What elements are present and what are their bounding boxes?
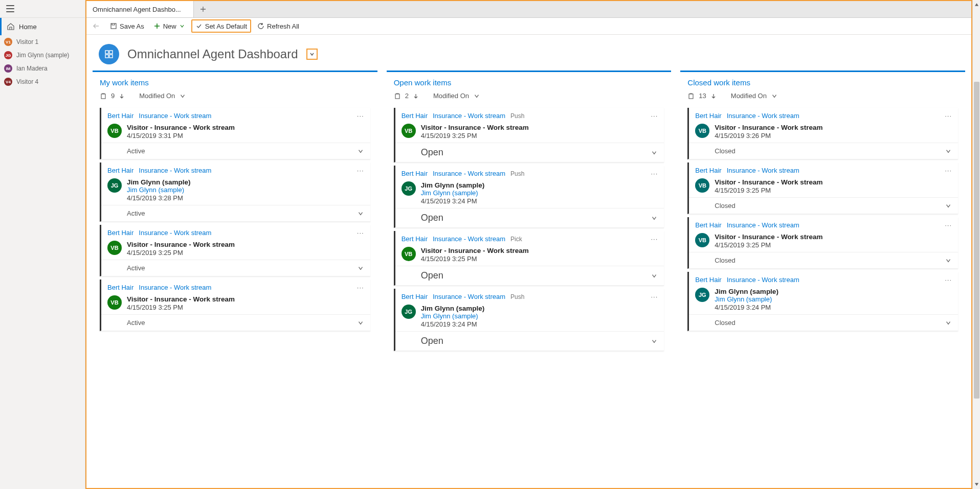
card-owner[interactable]: Bert Hair bbox=[695, 276, 721, 284]
refresh-all-button[interactable]: Refresh All bbox=[254, 19, 302, 33]
work-item-card[interactable]: Bert Hair Insurance - Work stream Push ·… bbox=[394, 166, 664, 228]
card-owner[interactable]: Bert Hair bbox=[107, 284, 133, 291]
work-item-card[interactable]: Bert Hair Insurance - Work stream ··· VB… bbox=[687, 162, 958, 214]
card-owner[interactable]: Bert Hair bbox=[695, 167, 721, 174]
nav-home[interactable]: Home bbox=[0, 18, 85, 35]
card-title: Visitor - Insurance - Work stream bbox=[715, 124, 822, 131]
sidebar-visitor[interactable]: V1Visitor 1 bbox=[0, 35, 85, 49]
card-expand-button[interactable] bbox=[945, 257, 952, 264]
card-more-button[interactable]: ··· bbox=[945, 276, 952, 284]
card-stream[interactable]: Insurance - Work stream bbox=[433, 112, 505, 120]
scrollbar[interactable] bbox=[972, 0, 980, 489]
card-stream[interactable]: Insurance - Work stream bbox=[433, 293, 505, 300]
card-expand-button[interactable] bbox=[651, 149, 658, 156]
card-expand-button[interactable] bbox=[945, 148, 952, 155]
work-item-card[interactable]: Bert Hair Insurance - Work stream ··· VB… bbox=[100, 280, 370, 331]
contact-link[interactable]: Jim Glynn (sample) bbox=[421, 312, 485, 320]
card-more-button[interactable]: ··· bbox=[357, 112, 364, 120]
card-expand-button[interactable] bbox=[357, 210, 364, 217]
column-sort-dir[interactable] bbox=[710, 93, 717, 99]
card-owner[interactable]: Bert Hair bbox=[107, 229, 133, 237]
contact-link[interactable]: Jim Glynn (sample) bbox=[421, 189, 485, 197]
card-stream[interactable]: Insurance - Work stream bbox=[139, 229, 211, 237]
work-items-column: Closed work items 13 Modified On Bert Ha… bbox=[680, 71, 965, 488]
arrow-down-icon bbox=[413, 93, 419, 99]
work-item-card[interactable]: Bert Hair Insurance - Work stream ··· VB… bbox=[687, 217, 958, 269]
card-stream[interactable]: Insurance - Work stream bbox=[727, 112, 799, 120]
card-more-button[interactable]: ··· bbox=[651, 293, 658, 300]
column-sort-dropdown[interactable] bbox=[771, 92, 778, 100]
card-expand-button[interactable] bbox=[357, 148, 364, 155]
card-stream[interactable]: Insurance - Work stream bbox=[433, 235, 505, 243]
card-owner[interactable]: Bert Hair bbox=[402, 112, 428, 120]
card-more-button[interactable]: ··· bbox=[945, 112, 952, 120]
set-default-button[interactable]: Set As Default bbox=[191, 19, 251, 33]
menu-icon[interactable] bbox=[6, 5, 14, 12]
work-item-card[interactable]: Bert Hair Insurance - Work stream Push ·… bbox=[394, 289, 664, 351]
card-more-button[interactable]: ··· bbox=[945, 167, 952, 174]
card-expand-button[interactable] bbox=[357, 319, 364, 327]
tab-dashboard[interactable]: Omnichannel Agent Dashbo... bbox=[86, 1, 194, 17]
card-expand-button[interactable] bbox=[651, 272, 658, 280]
work-item-card[interactable]: Bert Hair Insurance - Work stream ··· VB… bbox=[100, 108, 370, 159]
card-owner[interactable]: Bert Hair bbox=[107, 112, 133, 120]
work-item-card[interactable]: Bert Hair Insurance - Work stream Pick ·… bbox=[394, 231, 664, 286]
back-button[interactable] bbox=[93, 22, 100, 30]
save-as-button[interactable]: Save As bbox=[107, 19, 147, 33]
sidebar-visitor[interactable]: IMIan Madera bbox=[0, 62, 85, 75]
card-more-button[interactable]: ··· bbox=[651, 112, 658, 120]
scroll-down-icon bbox=[974, 482, 979, 487]
avatar: VB bbox=[107, 295, 122, 310]
work-item-card[interactable]: Bert Hair Insurance - Work stream ··· JG… bbox=[100, 162, 370, 222]
card-more-button[interactable]: ··· bbox=[357, 167, 364, 174]
work-item-card[interactable]: Bert Hair Insurance - Work stream ··· VB… bbox=[687, 108, 958, 159]
card-stream[interactable]: Insurance - Work stream bbox=[139, 112, 211, 120]
card-status: Open bbox=[402, 213, 443, 223]
avatar: V1 bbox=[4, 38, 12, 46]
new-button[interactable]: New bbox=[150, 19, 188, 33]
card-owner[interactable]: Bert Hair bbox=[402, 235, 428, 243]
sidebar-visitor[interactable]: V4Visitor 4 bbox=[0, 75, 85, 88]
card-date: 4/15/2019 3:26 PM bbox=[715, 132, 822, 139]
back-icon bbox=[93, 22, 100, 30]
avatar: VB bbox=[695, 233, 709, 247]
column-sort-dir[interactable] bbox=[119, 93, 125, 99]
column-sort-dropdown[interactable] bbox=[473, 92, 480, 100]
card-expand-button[interactable] bbox=[651, 338, 658, 345]
work-item-card[interactable]: Bert Hair Insurance - Work stream ··· VB… bbox=[100, 225, 370, 276]
sidebar-visitor[interactable]: JGJim Glynn (sample) bbox=[0, 49, 85, 62]
column-sort-label: Modified On bbox=[731, 92, 767, 100]
card-more-button[interactable]: ··· bbox=[357, 229, 364, 237]
contact-link[interactable]: Jim Glynn (sample) bbox=[127, 186, 191, 194]
card-owner[interactable]: Bert Hair bbox=[695, 112, 721, 120]
card-more-button[interactable]: ··· bbox=[357, 284, 364, 291]
card-more-button[interactable]: ··· bbox=[945, 221, 952, 229]
card-title: Visitor - Insurance - Work stream bbox=[421, 124, 529, 131]
work-item-card[interactable]: Bert Hair Insurance - Work stream ··· JG… bbox=[687, 272, 958, 331]
card-expand-button[interactable] bbox=[945, 202, 952, 209]
card-stream[interactable]: Insurance - Work stream bbox=[727, 276, 799, 284]
card-expand-button[interactable] bbox=[651, 215, 658, 222]
scroll-thumb[interactable] bbox=[974, 82, 979, 399]
card-stream[interactable]: Insurance - Work stream bbox=[139, 284, 211, 291]
card-owner[interactable]: Bert Hair bbox=[695, 221, 721, 229]
card-stream[interactable]: Insurance - Work stream bbox=[139, 167, 211, 174]
contact-link[interactable]: Jim Glynn (sample) bbox=[715, 295, 778, 303]
work-item-card[interactable]: Bert Hair Insurance - Work stream Push ·… bbox=[394, 108, 664, 162]
card-expand-button[interactable] bbox=[357, 265, 364, 272]
column-sort-dropdown[interactable] bbox=[179, 92, 186, 100]
add-tab-button[interactable] bbox=[194, 1, 212, 17]
card-more-button[interactable]: ··· bbox=[651, 170, 658, 177]
card-stream[interactable]: Insurance - Work stream bbox=[727, 167, 799, 174]
card-stream[interactable]: Insurance - Work stream bbox=[433, 170, 505, 177]
card-expand-button[interactable] bbox=[945, 319, 952, 327]
card-owner[interactable]: Bert Hair bbox=[402, 170, 428, 177]
card-status: Active bbox=[107, 264, 145, 272]
card-stream[interactable]: Insurance - Work stream bbox=[727, 221, 799, 229]
dashboard-selector[interactable] bbox=[306, 49, 318, 60]
card-more-button[interactable]: ··· bbox=[651, 235, 658, 243]
card-owner[interactable]: Bert Hair bbox=[107, 167, 133, 174]
card-owner[interactable]: Bert Hair bbox=[402, 293, 428, 300]
column-sort-dir[interactable] bbox=[413, 93, 419, 99]
card-date: 4/15/2019 3:25 PM bbox=[127, 249, 235, 257]
